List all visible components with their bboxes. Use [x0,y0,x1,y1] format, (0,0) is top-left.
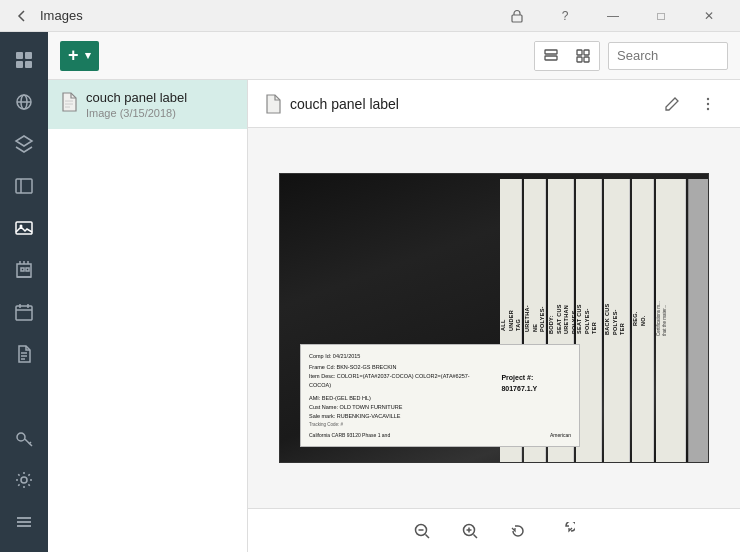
file-meta: Image (3/15/2018) [86,107,187,119]
grid-view-button[interactable] [567,42,599,70]
zoom-in-button[interactable] [454,515,486,547]
svg-point-26 [17,433,25,441]
image-detail-actions [656,88,724,120]
close-button[interactable]: ✕ [686,0,732,32]
svg-rect-38 [584,57,589,62]
nav-icon-key[interactable] [4,418,44,458]
search-input[interactable] [608,42,728,70]
svg-rect-1 [16,52,23,59]
svg-point-42 [707,97,709,99]
file-icon [60,92,78,115]
nav-icon-settings[interactable] [4,460,44,500]
nav-icon-globe[interactable] [4,82,44,122]
svg-rect-2 [25,52,32,59]
svg-point-44 [707,107,709,109]
svg-rect-19 [16,306,32,320]
back-button[interactable] [8,2,36,30]
svg-rect-37 [577,57,582,62]
main-panel: + ▾ [48,32,740,552]
svg-rect-3 [16,61,23,68]
svg-rect-34 [545,56,557,60]
nav-icon-layers[interactable] [4,124,44,164]
window-title: Images [36,8,494,23]
nav-icon-sidebar[interactable] [4,166,44,206]
svg-rect-36 [584,50,589,55]
nav-icon-images[interactable] [4,208,44,248]
file-name: couch panel label [86,90,187,105]
add-icon: + [68,45,79,66]
svg-rect-4 [25,61,32,68]
help-button[interactable]: ? [542,0,588,32]
toolbar: + ▾ [48,32,740,80]
rotate-right-button[interactable] [550,515,582,547]
image-toolbar [248,508,740,552]
title-bar: Images ? — □ ✕ [0,0,740,32]
add-button[interactable]: + ▾ [60,41,99,71]
image-detail-title: couch panel label [264,94,648,114]
more-options-button[interactable] [692,88,724,120]
svg-rect-0 [512,15,522,22]
nav-icon-calendar[interactable] [4,292,44,332]
zoom-out-button[interactable] [406,515,438,547]
svg-rect-10 [16,222,32,234]
minimize-button[interactable]: — [590,0,636,32]
app-body: + ▾ [0,32,740,552]
window-controls: ? — □ ✕ [494,0,732,32]
svg-line-51 [474,534,478,538]
nav-icon-dashboard[interactable] [4,40,44,80]
view-toggle [534,41,600,71]
image-viewer: ALLUNDERTAGEXCEPT URETHA-NEPOLYES-TER BO… [248,128,740,508]
rotate-left-button[interactable] [502,515,534,547]
lock-button[interactable] [494,0,540,32]
list-view-button[interactable] [535,42,567,70]
svg-rect-8 [16,179,32,193]
split-pane: couch panel label Image (3/15/2018) couc… [48,80,740,552]
file-item[interactable]: couch panel label Image (3/15/2018) [48,80,247,129]
svg-rect-35 [577,50,582,55]
svg-point-29 [21,477,27,483]
image-detail: couch panel label [248,80,740,552]
svg-line-47 [426,534,430,538]
image-container: ALLUNDERTAGEXCEPT URETHA-NEPOLYES-TER BO… [279,173,709,463]
svg-rect-15 [26,268,29,271]
detail-file-icon [264,94,282,114]
nav-sidebar [0,32,48,552]
svg-rect-33 [545,50,557,54]
nav-icon-building[interactable] [4,250,44,290]
maximize-button[interactable]: □ [638,0,684,32]
file-list: couch panel label Image (3/15/2018) [48,80,248,552]
svg-rect-14 [21,268,24,271]
nav-icon-menu[interactable] [4,502,44,542]
edit-button[interactable] [656,88,688,120]
add-chevron-icon: ▾ [85,49,91,62]
svg-point-43 [707,102,709,104]
nav-icon-document[interactable] [4,334,44,374]
couch-label-image: ALLUNDERTAGEXCEPT URETHA-NEPOLYES-TER BO… [279,173,709,463]
image-detail-header: couch panel label [248,80,740,128]
